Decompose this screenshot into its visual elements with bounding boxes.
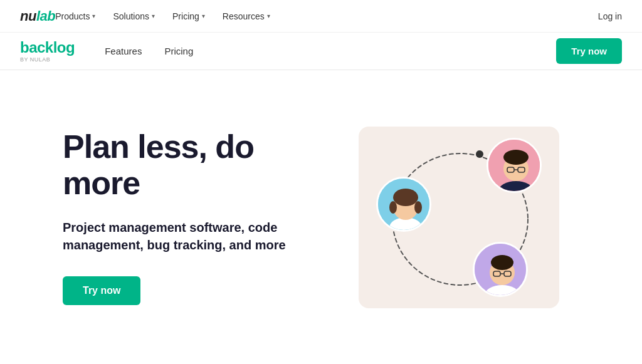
solutions-chevron-icon: ▾ <box>152 13 155 19</box>
avatar-2 <box>487 138 542 193</box>
svg-point-6 <box>389 201 397 214</box>
sub-nav-try-now-button[interactable]: Try now <box>556 38 622 64</box>
top-nav-right: Log in <box>598 11 622 22</box>
hero-cta-button[interactable]: Try now <box>63 276 140 305</box>
svg-point-11 <box>503 150 529 165</box>
login-link[interactable]: Log in <box>598 11 622 21</box>
top-nav-links: Products ▾ Solutions ▾ Pricing ▾ Resourc… <box>55 11 598 21</box>
svg-point-7 <box>414 201 422 214</box>
svg-point-18 <box>491 255 513 270</box>
hero-illustration <box>326 127 592 308</box>
sub-nav-right: Try now <box>556 38 622 64</box>
top-navigation: nulab Products ▾ Solutions ▾ Pricing ▾ R… <box>0 0 642 33</box>
backlog-logo-sub: by nulab <box>20 56 75 63</box>
hero-subtitle: Project management software, code manage… <box>63 219 326 254</box>
products-nav-link[interactable]: Products ▾ <box>55 11 95 21</box>
pricing-sub-nav-link[interactable]: Pricing <box>164 46 193 56</box>
hero-title: Plan less, do more <box>63 129 326 200</box>
hero-content: Plan less, do more Project management so… <box>63 129 326 304</box>
illustration-container <box>359 127 559 308</box>
hero-section: Plan less, do more Project management so… <box>0 70 642 364</box>
resources-nav-link[interactable]: Resources ▾ <box>223 11 270 21</box>
solutions-nav-link[interactable]: Solutions ▾ <box>113 11 155 21</box>
avatar-1 <box>376 177 431 232</box>
nulab-logo[interactable]: nulab <box>20 8 55 24</box>
backlog-logo-text: backlog <box>20 39 75 56</box>
pricing-nav-link[interactable]: Pricing ▾ <box>172 11 205 21</box>
pricing-chevron-icon: ▾ <box>202 13 205 19</box>
avatar-3 <box>473 242 528 297</box>
sub-navigation: backlog by nulab Features Pricing Try no… <box>0 33 642 70</box>
sub-nav-links: Features Pricing <box>105 46 556 56</box>
svg-point-1 <box>476 150 483 158</box>
features-sub-nav-link[interactable]: Features <box>105 46 142 56</box>
svg-point-5 <box>393 189 418 206</box>
resources-chevron-icon: ▾ <box>267 13 270 19</box>
backlog-logo[interactable]: backlog by nulab <box>20 39 75 62</box>
products-chevron-icon: ▾ <box>92 13 95 19</box>
